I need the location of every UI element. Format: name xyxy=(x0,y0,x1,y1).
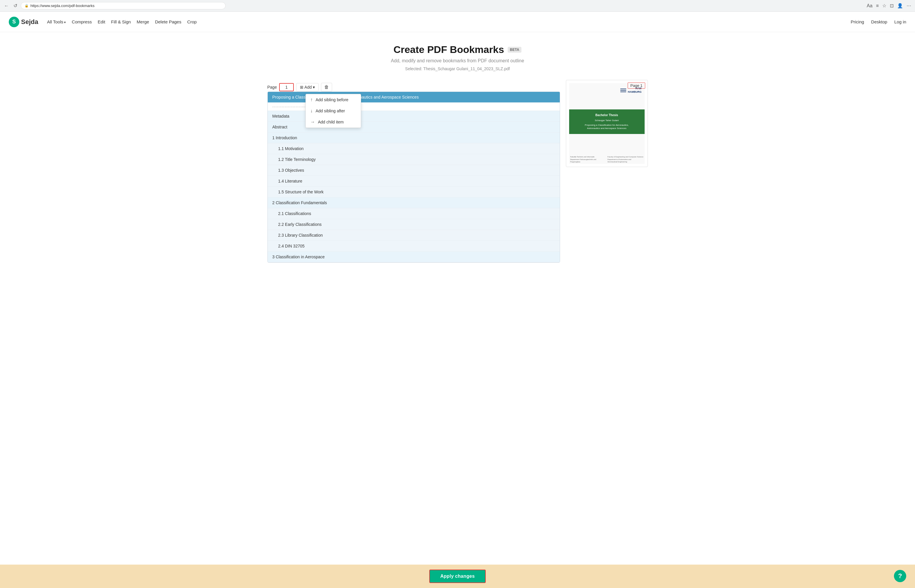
bookmark-item-class-aero[interactable]: 3 Classification in Aerospace xyxy=(268,252,560,262)
nav-desktop[interactable]: Desktop xyxy=(871,19,887,24)
left-panel: Page ⊞ Add ▾ 🗑 ↑ Add sibling before ↓ Ad… xyxy=(267,80,560,263)
add-sibling-before[interactable]: ↑ Add sibling before xyxy=(306,94,361,105)
add-dropdown-menu: ↑ Add sibling before ↓ Add sibling after… xyxy=(306,94,361,128)
footer-right-1: Faculty of Engineering and Computer Scie… xyxy=(608,156,643,158)
child-item-label: Add child item xyxy=(318,120,344,124)
footer-right-2: Department of Automotive and xyxy=(608,158,643,161)
logo[interactable]: S Sejda xyxy=(9,17,38,27)
footer-right-3: Aeronautical Engineering xyxy=(608,161,643,163)
preview-spacer xyxy=(569,98,645,110)
bookmark-item-intro[interactable]: 1 Introduction xyxy=(268,132,560,143)
nav-all-tools[interactable]: All Tools xyxy=(47,18,66,26)
pdf-preview: Page 1 HAW HAMBURG xyxy=(566,80,648,263)
bookmark-item-title-term[interactable]: 1.2 Title Terminology xyxy=(268,154,560,165)
haw-line-2 xyxy=(620,90,626,91)
page-label: Page xyxy=(267,85,277,89)
lock-icon: 🔒 xyxy=(24,4,29,8)
logo-circle: S xyxy=(9,17,19,27)
bookmark-item-structure[interactable]: 1.5 Structure of the Work xyxy=(268,187,560,197)
page-subtitle: Add, modify and remove bookmarks from PD… xyxy=(9,58,906,63)
sibling-after-icon: ↓ xyxy=(310,108,313,113)
nav-compress[interactable]: Compress xyxy=(72,18,92,26)
footer-left-2: Department Fahrzeugtechnik und xyxy=(570,158,597,161)
bookmark-item-din[interactable]: 2.4 DIN 32705 xyxy=(268,241,560,252)
apply-changes-button[interactable]: Apply changes xyxy=(429,570,486,583)
more-icon[interactable]: ⋯ xyxy=(905,2,912,10)
sibling-before-label: Add sibling before xyxy=(316,97,349,102)
bookmark-toolbar: Page ⊞ Add ▾ 🗑 ↑ Add sibling before ↓ Ad… xyxy=(267,80,560,92)
bookmark-item-motivation[interactable]: 1.1 Motivation xyxy=(268,143,560,154)
url-text: https://www.sejda.com/pdf-bookmarks xyxy=(31,3,94,8)
sibling-before-icon: ↑ xyxy=(310,97,313,102)
sibling-after-label: Add sibling after xyxy=(316,108,345,113)
back-button[interactable]: ← xyxy=(3,2,10,10)
bookmark-item-library-class[interactable]: 2.3 Library Classification xyxy=(268,230,560,241)
delete-button[interactable]: 🗑 xyxy=(321,83,332,92)
preview-container: Page 1 HAW HAMBURG xyxy=(566,80,648,167)
browser-chrome: ← ↺ 🔒 https://www.sejda.com/pdf-bookmark… xyxy=(0,0,915,12)
nav-links: All Tools Compress Edit Fill & Sign Merg… xyxy=(47,18,851,26)
profile-icon[interactable]: 👤 xyxy=(896,2,904,10)
bookmark-item-classifications[interactable]: 2.1 Classifications xyxy=(268,208,560,219)
preview-page-label: Page 1 xyxy=(628,82,645,89)
haw-lines xyxy=(620,89,626,92)
footer-left-1: Fakultät Technik und Informatik xyxy=(570,156,597,158)
preview-footer-left: Fakultät Technik und Informatik Departme… xyxy=(570,156,597,163)
preview-footer: Fakultät Technik und Informatik Departme… xyxy=(569,154,645,163)
refresh-button[interactable]: ↺ xyxy=(12,2,18,10)
navbar: S Sejda All Tools Compress Edit Fill & S… xyxy=(0,12,915,32)
favorites-icon[interactable]: ☆ xyxy=(881,2,887,10)
nav-edit[interactable]: Edit xyxy=(98,18,105,26)
bookmark-item-literature[interactable]: 1.4 Literature xyxy=(268,176,560,187)
haw-line-3 xyxy=(620,92,626,92)
haw-line2: HAMBURG xyxy=(628,90,642,94)
collections-icon[interactable]: ⊡ xyxy=(889,2,894,10)
translate-icon[interactable]: Aa xyxy=(866,2,873,10)
content-grid: Page ⊞ Add ▾ 🗑 ↑ Add sibling before ↓ Ad… xyxy=(267,80,648,263)
nav-login[interactable]: Log in xyxy=(894,19,906,24)
file-selected: Selected: Thesis_Schaugar Gulani_11_04_2… xyxy=(9,66,906,71)
preview-green-section: Bachelor Thesis Schaugar Taher Gulani Pr… xyxy=(569,110,645,134)
preview-green-title: Bachelor Thesis xyxy=(572,113,642,117)
nav-fill-sign[interactable]: Fill & Sign xyxy=(111,18,131,26)
beta-badge: BETA xyxy=(508,47,522,53)
main-content: Create PDF Bookmarks BETA Add, modify an… xyxy=(0,32,915,588)
preview-green-subtitle: Proposing a Classification for Aeronauti… xyxy=(572,123,642,130)
child-item-icon: → xyxy=(310,120,315,124)
footer-left-3: Flugzeugbau xyxy=(570,161,597,163)
add-button[interactable]: ⊞ Add ▾ xyxy=(296,83,318,91)
haw-line-1 xyxy=(620,89,626,89)
nav-right: Pricing Desktop Log in xyxy=(850,19,906,24)
bookmark-item-class-fund[interactable]: 2 Classification Fundamentals xyxy=(268,197,560,208)
nav-crop[interactable]: Crop xyxy=(187,18,197,26)
help-button[interactable]: ? xyxy=(894,570,906,582)
nav-delete-pages[interactable]: Delete Pages xyxy=(155,18,181,26)
nav-merge[interactable]: Merge xyxy=(137,18,149,26)
browser-right-icons: Aa ≡ ☆ ⊡ 👤 ⋯ xyxy=(866,2,912,10)
page-title-text: Create PDF Bookmarks xyxy=(394,44,504,55)
bottom-bar: Apply changes ? xyxy=(0,565,915,588)
preview-pdf: HAW HAMBURG Bachelor Thesis Schaugar Tah… xyxy=(569,83,645,164)
reader-icon[interactable]: ≡ xyxy=(875,2,879,10)
bookmark-item-early-class[interactable]: 2.2 Early Classifications xyxy=(268,219,560,230)
add-child-item[interactable]: → Add child item xyxy=(306,116,361,128)
add-sibling-after[interactable]: ↓ Add sibling after xyxy=(306,105,361,116)
preview-mid-space xyxy=(569,136,645,154)
nav-pricing[interactable]: Pricing xyxy=(850,19,864,24)
preview-footer-right: Faculty of Engineering and Computer Scie… xyxy=(608,156,643,163)
page-input[interactable] xyxy=(279,83,294,91)
address-bar[interactable]: 🔒 https://www.sejda.com/pdf-bookmarks xyxy=(21,2,226,10)
logo-text: Sejda xyxy=(21,18,38,26)
page-title: Create PDF Bookmarks BETA xyxy=(394,44,522,55)
page-header: Create PDF Bookmarks BETA Add, modify an… xyxy=(9,44,906,71)
preview-author: Schaugar Taher Gulani xyxy=(572,119,642,122)
bookmark-item-objectives[interactable]: 1.3 Objectives xyxy=(268,165,560,176)
